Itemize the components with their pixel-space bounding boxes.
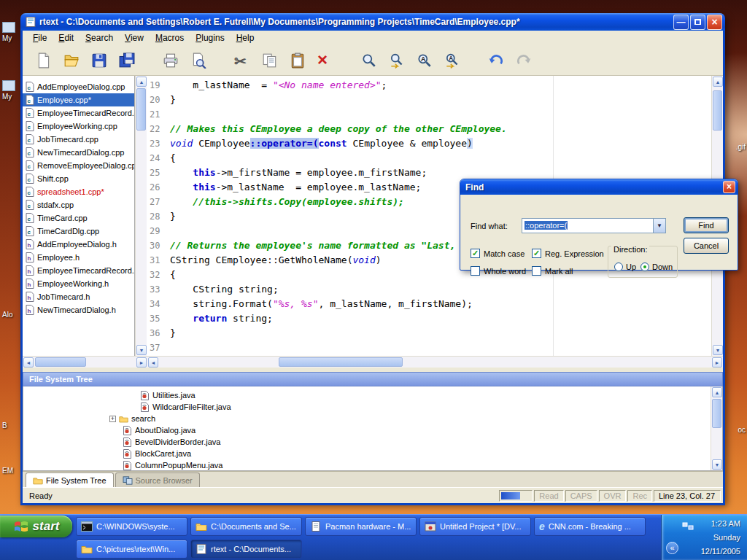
- menu-help[interactable]: Help: [231, 31, 260, 44]
- desktop-icon[interactable]: EM: [2, 467, 13, 475]
- paste-button[interactable]: [284, 47, 311, 74]
- scroll-up-icon[interactable]: ▲: [136, 77, 147, 87]
- checkbox-box[interactable]: ✓: [471, 249, 480, 258]
- taskbar-button[interactable]: Pacman hardware - M...: [305, 517, 417, 536]
- desktop-icon[interactable]: My: [2, 22, 15, 42]
- code-line[interactable]: 34 string.Format("%s, %s", m_lastName, m…: [147, 297, 711, 311]
- checkbox-box[interactable]: [471, 266, 480, 276]
- tree-item[interactable]: ColumnPopupMenu.java: [23, 459, 711, 470]
- delete-button[interactable]: ×: [311, 47, 339, 74]
- taskbar-button[interactable]: C:\pictures\rtext\Win...: [76, 540, 187, 559]
- code-line[interactable]: 22// Makes this CEmployee a deep copy of…: [147, 122, 711, 136]
- scroll-right-icon[interactable]: ►: [712, 357, 722, 368]
- open-file-item[interactable]: cspreadsheet1.cpp*: [23, 185, 134, 198]
- cut-button[interactable]: ✂: [228, 47, 256, 74]
- file-panel-scrollbar[interactable]: ▲ ▼: [135, 76, 147, 356]
- scroll-up-icon[interactable]: ▲: [713, 77, 723, 87]
- save-button[interactable]: [85, 47, 113, 74]
- taskbar-button[interactable]: Untitled Project * [DV...: [419, 517, 531, 536]
- tree-scrollbar[interactable]: ▲ ▼: [711, 386, 722, 470]
- scroll-up-icon[interactable]: ▲: [712, 387, 722, 397]
- cancel-button[interactable]: Cancel: [684, 238, 729, 254]
- code-line[interactable]: 36}: [147, 326, 711, 341]
- open-file-item[interactable]: cEmployeeTimecardRecord.c: [23, 106, 134, 120]
- find-dialog-close-icon[interactable]: ×: [723, 181, 735, 193]
- open-file-item[interactable]: cEmployeeWorking.cpp: [23, 120, 134, 133]
- checkbox-box[interactable]: ✓: [532, 249, 541, 258]
- scrollbar-thumb[interactable]: [713, 90, 722, 131]
- open-file-item[interactable]: hEmployeeTimecardRecord.h: [23, 264, 134, 277]
- title-bar[interactable]: rtext - C:\Documents and Settings\Robert…: [20, 13, 725, 31]
- scroll-left-icon[interactable]: ◄: [23, 357, 34, 368]
- new-file-button[interactable]: [30, 47, 58, 74]
- open-file-item[interactable]: hNewTimecardDialog.h: [23, 303, 134, 316]
- open-file-item[interactable]: hJobTimecard.h: [23, 290, 134, 303]
- checkbox-box[interactable]: [532, 266, 541, 276]
- find-what-value[interactable]: ::operator=(: [522, 219, 653, 233]
- find-button[interactable]: Find: [684, 217, 729, 233]
- file-panel-hscrollbar[interactable]: ◄ ►: [23, 356, 147, 368]
- scrollbar-thumb[interactable]: [35, 357, 86, 367]
- replace-button[interactable]: A: [411, 47, 438, 74]
- save-all-button[interactable]: [113, 47, 141, 74]
- menu-macros[interactable]: Macros: [150, 31, 190, 44]
- copy-button[interactable]: [256, 47, 284, 74]
- taskbar-button[interactable]: C:\Documents and Se...: [190, 517, 302, 536]
- open-file-item[interactable]: cRemoveEmployeeDialog.cpp: [23, 159, 134, 172]
- undo-button[interactable]: [482, 47, 510, 74]
- radio-up[interactable]: Up: [614, 262, 636, 271]
- code-line[interactable]: 37: [147, 341, 711, 355]
- find-button[interactable]: [355, 47, 383, 74]
- tree-item[interactable]: WildcardFileFilter.java: [23, 401, 711, 413]
- code-line[interactable]: 24{: [147, 151, 711, 166]
- code-line[interactable]: 23void CEmployee::operator=(const CEmplo…: [147, 136, 711, 151]
- taskbar-button[interactable]: rtext - C:\Documents...: [190, 540, 302, 559]
- open-file-item[interactable]: cNewTimecardDialog.cpp: [23, 146, 134, 159]
- code-line[interactable]: 19 m_lastName = "<No name entered>";: [147, 78, 711, 93]
- code-line[interactable]: 20}: [147, 93, 711, 107]
- menu-edit[interactable]: Edit: [53, 31, 80, 44]
- scroll-right-icon[interactable]: ►: [136, 357, 147, 368]
- open-file-item[interactable]: cEmployee.cpp*: [23, 93, 134, 106]
- menu-plugins[interactable]: Plugins: [190, 31, 230, 44]
- minimize-button[interactable]: —: [673, 15, 689, 30]
- tree-item[interactable]: BlockCaret.java: [23, 448, 711, 459]
- scroll-down-icon[interactable]: ▼: [712, 459, 722, 470]
- open-file-item[interactable]: hAddEmployeeDialog.h: [23, 238, 134, 251]
- find-dialog-titlebar[interactable]: Find ×: [460, 179, 738, 195]
- open-file-item[interactable]: cAddEmployeeDialog.cpp: [23, 80, 134, 93]
- open-files-list[interactable]: cAddEmployeeDialog.cppcEmployee.cpp*cEmp…: [23, 76, 135, 356]
- checkbox-reg-expression[interactable]: ✓Reg. Expression: [532, 249, 604, 258]
- desktop-icon[interactable]: B: [2, 421, 7, 429]
- scrollbar-thumb[interactable]: [136, 88, 146, 131]
- network-icon[interactable]: [682, 521, 694, 529]
- combo-dropdown-icon[interactable]: ▼: [653, 219, 665, 233]
- scroll-down-icon[interactable]: ▼: [713, 345, 723, 355]
- file-system-tree[interactable]: Utilities.javaWildcardFileFilter.java+se…: [23, 386, 711, 470]
- desktop-icon[interactable]: Alo: [2, 311, 12, 319]
- find-next-button[interactable]: [383, 47, 411, 74]
- scroll-left-icon[interactable]: ◄: [148, 357, 158, 368]
- open-file-item[interactable]: cTimeCardDlg.cpp: [23, 225, 134, 238]
- open-button[interactable]: [58, 47, 85, 74]
- taskbar-button[interactable]: C:\WINDOWS\syste...: [76, 517, 187, 536]
- close-button[interactable]: ×: [707, 15, 722, 30]
- tree-panel-header[interactable]: File System Tree: [23, 372, 723, 386]
- open-file-item[interactable]: cstdafx.cpp: [23, 198, 134, 211]
- code-line[interactable]: 33 CString string;: [147, 282, 711, 297]
- tree-expand-icon[interactable]: +: [109, 416, 116, 422]
- hidden-icons-chevron[interactable]: «: [666, 542, 678, 554]
- open-file-item[interactable]: cTimeCard.cpp: [23, 211, 134, 225]
- taskbar-button[interactable]: eCNN.com - Breaking ...: [534, 517, 646, 536]
- editor-hscrollbar[interactable]: ◄ ►: [147, 356, 723, 368]
- open-file-item[interactable]: cJobTimecard.cpp: [23, 133, 134, 146]
- open-file-item[interactable]: cShift.cpp: [23, 172, 134, 185]
- checkbox-whole-word[interactable]: Whole word: [471, 266, 526, 276]
- radio-dot[interactable]: [614, 262, 623, 271]
- scrollbar-thumb[interactable]: [279, 357, 403, 367]
- find-what-combobox[interactable]: ::operator=( ▼: [522, 218, 666, 233]
- menu-view[interactable]: View: [119, 31, 150, 44]
- radio-down[interactable]: Down: [640, 262, 673, 271]
- radio-dot[interactable]: [640, 262, 649, 271]
- tree-item[interactable]: BevelDividerBorder.java: [23, 436, 711, 448]
